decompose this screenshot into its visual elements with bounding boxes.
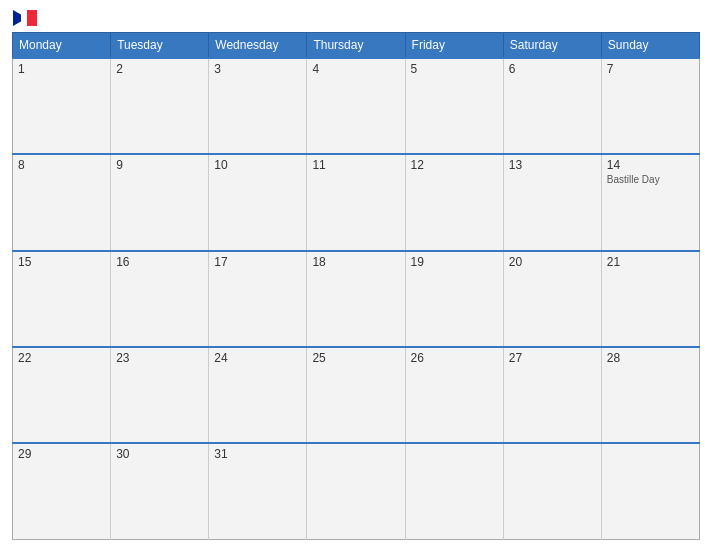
- calendar-cell: 18: [307, 251, 405, 347]
- day-number: 27: [509, 351, 596, 365]
- calendar-cell: 29: [13, 443, 111, 539]
- calendar-cell: [503, 443, 601, 539]
- day-number: 11: [312, 158, 399, 172]
- day-number: 15: [18, 255, 105, 269]
- calendar-cell: 6: [503, 58, 601, 154]
- calendar-cell: 24: [209, 347, 307, 443]
- calendar-cell: 19: [405, 251, 503, 347]
- calendar-cell: 11: [307, 154, 405, 250]
- weekday-monday: Monday: [13, 33, 111, 59]
- calendar-cell: 15: [13, 251, 111, 347]
- calendar-cell: 20: [503, 251, 601, 347]
- calendar-cell: 31: [209, 443, 307, 539]
- day-number: 12: [411, 158, 498, 172]
- calendar-cell: 5: [405, 58, 503, 154]
- calendar-cell: 16: [111, 251, 209, 347]
- calendar-cell: 27: [503, 347, 601, 443]
- day-number: 19: [411, 255, 498, 269]
- day-number: 8: [18, 158, 105, 172]
- calendar-cell: 30: [111, 443, 209, 539]
- weekday-thursday: Thursday: [307, 33, 405, 59]
- day-number: 22: [18, 351, 105, 365]
- weekday-friday: Friday: [405, 33, 503, 59]
- calendar-cell: [307, 443, 405, 539]
- day-number: 23: [116, 351, 203, 365]
- day-number: 10: [214, 158, 301, 172]
- header: [12, 10, 700, 26]
- day-number: 2: [116, 62, 203, 76]
- week-row-1: 1234567: [13, 58, 700, 154]
- day-number: 14: [607, 158, 694, 172]
- svg-marker-2: [27, 10, 37, 26]
- calendar-cell: 13: [503, 154, 601, 250]
- flag-icon: [13, 10, 37, 26]
- day-number: 1: [18, 62, 105, 76]
- day-number: 13: [509, 158, 596, 172]
- svg-marker-3: [21, 10, 27, 26]
- calendar-cell: 22: [13, 347, 111, 443]
- week-row-3: 15161718192021: [13, 251, 700, 347]
- day-number: 16: [116, 255, 203, 269]
- calendar-cell: [405, 443, 503, 539]
- day-number: 6: [509, 62, 596, 76]
- day-number: 4: [312, 62, 399, 76]
- weekday-header-row: MondayTuesdayWednesdayThursdayFridaySatu…: [13, 33, 700, 59]
- weekday-wednesday: Wednesday: [209, 33, 307, 59]
- day-number: 24: [214, 351, 301, 365]
- week-row-2: 891011121314Bastille Day: [13, 154, 700, 250]
- day-number: 20: [509, 255, 596, 269]
- calendar-cell: 25: [307, 347, 405, 443]
- day-number: 28: [607, 351, 694, 365]
- weekday-tuesday: Tuesday: [111, 33, 209, 59]
- calendar-cell: 4: [307, 58, 405, 154]
- calendar-table: MondayTuesdayWednesdayThursdayFridaySatu…: [12, 32, 700, 540]
- calendar-cell: 14Bastille Day: [601, 154, 699, 250]
- calendar-cell: 2: [111, 58, 209, 154]
- day-number: 25: [312, 351, 399, 365]
- day-number: 26: [411, 351, 498, 365]
- calendar-cell: 21: [601, 251, 699, 347]
- day-number: 5: [411, 62, 498, 76]
- day-number: 29: [18, 447, 105, 461]
- calendar-cell: 3: [209, 58, 307, 154]
- logo: [12, 10, 37, 26]
- calendar-header: MondayTuesdayWednesdayThursdayFridaySatu…: [13, 33, 700, 59]
- day-number: 7: [607, 62, 694, 76]
- week-row-5: 293031: [13, 443, 700, 539]
- calendar-cell: 10: [209, 154, 307, 250]
- calendar-page: MondayTuesdayWednesdayThursdayFridaySatu…: [0, 0, 712, 550]
- calendar-cell: 9: [111, 154, 209, 250]
- calendar-body: 1234567891011121314Bastille Day151617181…: [13, 58, 700, 540]
- calendar-cell: 1: [13, 58, 111, 154]
- weekday-sunday: Sunday: [601, 33, 699, 59]
- calendar-cell: 12: [405, 154, 503, 250]
- calendar-cell: 7: [601, 58, 699, 154]
- day-number: 9: [116, 158, 203, 172]
- day-number: 31: [214, 447, 301, 461]
- calendar-cell: [601, 443, 699, 539]
- day-number: 18: [312, 255, 399, 269]
- calendar-cell: 26: [405, 347, 503, 443]
- week-row-4: 22232425262728: [13, 347, 700, 443]
- calendar-cell: 8: [13, 154, 111, 250]
- day-number: 21: [607, 255, 694, 269]
- event-label: Bastille Day: [607, 174, 694, 185]
- day-number: 30: [116, 447, 203, 461]
- calendar-cell: 17: [209, 251, 307, 347]
- day-number: 3: [214, 62, 301, 76]
- day-number: 17: [214, 255, 301, 269]
- calendar-cell: 23: [111, 347, 209, 443]
- calendar-cell: 28: [601, 347, 699, 443]
- weekday-saturday: Saturday: [503, 33, 601, 59]
